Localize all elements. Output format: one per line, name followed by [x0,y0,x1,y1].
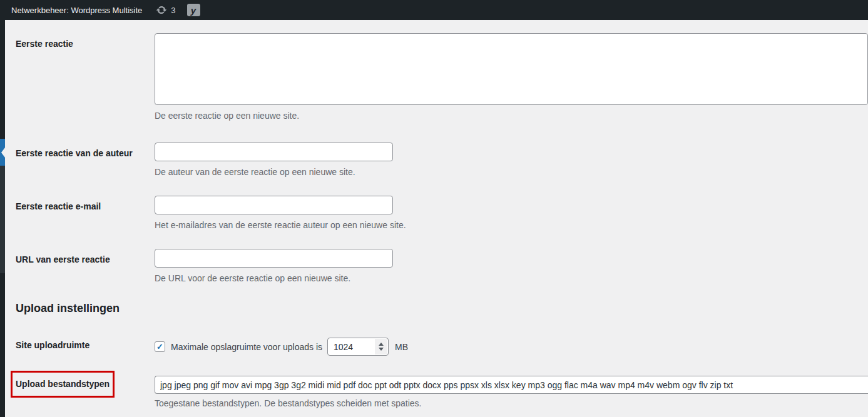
form-row-first-comment-author: Eerste reactie van de auteur De auteur v… [16,143,868,178]
upload-filetypes-highlight-box: Upload bestandstypen [11,371,115,398]
first-comment-url-description: De URL voor de eerste reactie op een nie… [155,273,868,284]
upload-settings-heading: Upload instellingen [16,302,868,315]
upload-space-checkbox-label[interactable]: Maximale opslagruimte voor uploads is [171,342,322,352]
network-admin-title[interactable]: Netwerkbeheer: Wordpress Multisite [11,6,142,15]
first-comment-author-label: Eerste reactie van de auteur [16,143,155,178]
form-row-site-upload-space: Site uploadruimte ✓ Maximale opslagruimt… [16,334,868,356]
admin-bar: Netwerkbeheer: Wordpress Multisite 3 y [0,0,868,20]
network-settings-form: Eerste reactie De eerste reactie op een … [5,20,868,417]
first-comment-label: Eerste reactie [16,33,155,122]
site-upload-space-label: Site uploadruimte [16,334,155,356]
form-row-first-comment-url: URL van eerste reactie De URL voor de ee… [16,249,868,284]
submenu-strip[interactable] [0,166,5,273]
spinner-down-icon[interactable] [379,348,384,351]
current-menu-item-highlight[interactable] [0,139,5,166]
upload-filetypes-description: Toegestane bestandstypen. De bestandstyp… [155,398,868,409]
updates-indicator[interactable]: 3 [156,4,175,16]
first-comment-url-label: URL van eerste reactie [16,249,155,284]
update-icon [156,4,167,16]
spinner-up-icon[interactable] [379,343,384,346]
form-row-first-comment-email: Eerste reactie e-mail Het e-mailadres va… [16,196,868,231]
form-row-first-comment: Eerste reactie De eerste reactie op een … [16,33,868,122]
form-row-upload-filetypes: Upload bestandstypen Toegestane bestands… [16,371,868,409]
first-comment-author-input[interactable] [155,143,393,161]
collapsed-admin-menu[interactable] [0,20,5,417]
upload-filetypes-label: Upload bestandstypen [16,379,110,389]
first-comment-email-input[interactable] [155,196,393,214]
upload-filetypes-input[interactable] [155,376,868,394]
updates-count: 3 [171,6,175,15]
upload-space-unit: MB [395,342,408,352]
upload-space-checkbox[interactable]: ✓ [155,341,165,352]
first-comment-description: De eerste reactie op een nieuwe site. [155,110,868,122]
first-comment-textarea[interactable] [155,33,868,105]
first-comment-url-input[interactable] [155,249,393,268]
first-comment-email-description: Het e-mailadres van de eerste reactie au… [155,219,868,231]
first-comment-author-description: De auteur van de eerste reactie op een n… [155,166,868,178]
first-comment-email-label: Eerste reactie e-mail [16,196,155,231]
number-spinner[interactable] [375,339,387,354]
yoast-seo-icon[interactable]: y [187,4,200,16]
